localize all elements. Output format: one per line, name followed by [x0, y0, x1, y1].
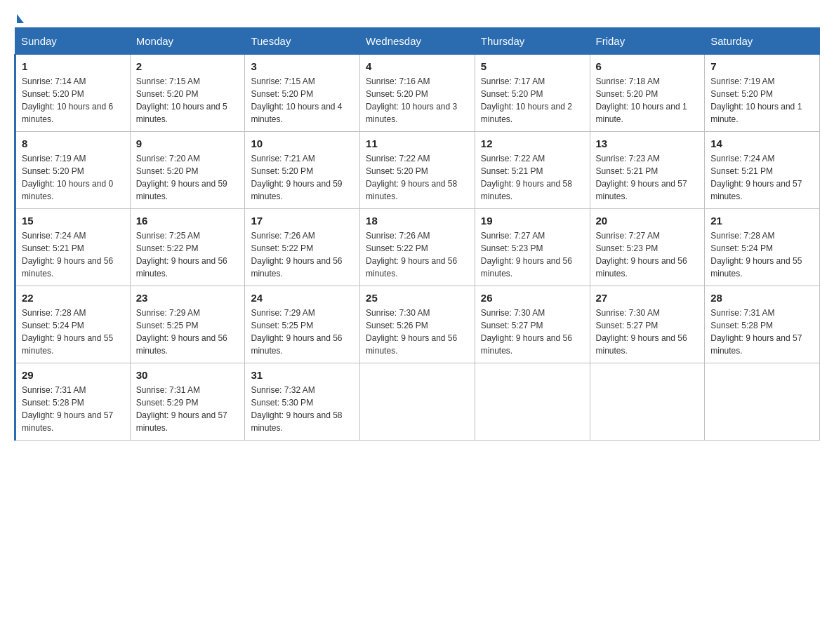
day-header-sunday: Sunday	[15, 28, 131, 55]
day-info: Sunrise: 7:15 AMSunset: 5:20 PMDaylight:…	[136, 75, 239, 126]
day-info: Sunrise: 7:19 AMSunset: 5:20 PMDaylight:…	[710, 75, 814, 126]
calendar-cell: 11Sunrise: 7:22 AMSunset: 5:20 PMDayligh…	[360, 132, 475, 209]
calendar-cell: 7Sunrise: 7:19 AMSunset: 5:20 PMDaylight…	[705, 55, 820, 132]
week-row-3: 15Sunrise: 7:24 AMSunset: 5:21 PMDayligh…	[15, 209, 820, 286]
day-info: Sunrise: 7:18 AMSunset: 5:20 PMDaylight:…	[596, 75, 699, 126]
day-header-thursday: Thursday	[475, 28, 590, 55]
day-info: Sunrise: 7:23 AMSunset: 5:21 PMDaylight:…	[596, 152, 699, 203]
day-info: Sunrise: 7:32 AMSunset: 5:30 PMDaylight:…	[251, 384, 354, 434]
calendar-cell: 19Sunrise: 7:27 AMSunset: 5:23 PMDayligh…	[475, 209, 590, 286]
day-number: 24	[251, 292, 354, 304]
logo	[14, 14, 24, 20]
calendar-cell: 13Sunrise: 7:23 AMSunset: 5:21 PMDayligh…	[590, 132, 705, 209]
day-info: Sunrise: 7:27 AMSunset: 5:23 PMDaylight:…	[481, 229, 584, 280]
day-info: Sunrise: 7:27 AMSunset: 5:23 PMDaylight:…	[596, 229, 699, 280]
calendar-cell: 15Sunrise: 7:24 AMSunset: 5:21 PMDayligh…	[15, 209, 131, 286]
day-header-friday: Friday	[590, 28, 705, 55]
day-info: Sunrise: 7:20 AMSunset: 5:20 PMDaylight:…	[136, 152, 239, 203]
day-info: Sunrise: 7:26 AMSunset: 5:22 PMDaylight:…	[366, 229, 469, 280]
calendar-cell: 12Sunrise: 7:22 AMSunset: 5:21 PMDayligh…	[475, 132, 590, 209]
calendar-cell: 21Sunrise: 7:28 AMSunset: 5:24 PMDayligh…	[705, 209, 820, 286]
day-header-monday: Monday	[130, 28, 245, 55]
day-info: Sunrise: 7:31 AMSunset: 5:29 PMDaylight:…	[136, 384, 239, 434]
day-info: Sunrise: 7:29 AMSunset: 5:25 PMDaylight:…	[251, 307, 354, 357]
day-info: Sunrise: 7:14 AMSunset: 5:20 PMDaylight:…	[22, 75, 124, 126]
day-number: 20	[596, 215, 699, 227]
day-info: Sunrise: 7:25 AMSunset: 5:22 PMDaylight:…	[136, 229, 239, 280]
day-number: 26	[481, 292, 584, 304]
day-info: Sunrise: 7:24 AMSunset: 5:21 PMDaylight:…	[22, 229, 124, 280]
day-header-row: SundayMondayTuesdayWednesdayThursdayFrid…	[15, 28, 820, 55]
calendar-cell: 18Sunrise: 7:26 AMSunset: 5:22 PMDayligh…	[360, 209, 475, 286]
day-info: Sunrise: 7:15 AMSunset: 5:20 PMDaylight:…	[251, 75, 354, 126]
calendar-cell: 2Sunrise: 7:15 AMSunset: 5:20 PMDaylight…	[130, 55, 245, 132]
day-number: 30	[136, 369, 239, 381]
day-info: Sunrise: 7:28 AMSunset: 5:24 PMDaylight:…	[22, 307, 124, 357]
day-info: Sunrise: 7:24 AMSunset: 5:21 PMDaylight:…	[710, 152, 814, 203]
day-number: 31	[251, 369, 354, 381]
day-info: Sunrise: 7:30 AMSunset: 5:27 PMDaylight:…	[596, 307, 699, 357]
day-number: 21	[710, 215, 814, 227]
day-number: 28	[710, 292, 814, 304]
day-number: 1	[22, 60, 124, 72]
day-number: 9	[136, 137, 239, 149]
day-number: 5	[481, 60, 584, 72]
day-number: 19	[481, 215, 584, 227]
day-number: 27	[596, 292, 699, 304]
day-number: 6	[596, 60, 699, 72]
day-info: Sunrise: 7:28 AMSunset: 5:24 PMDaylight:…	[710, 229, 814, 280]
calendar-cell	[705, 363, 820, 441]
day-info: Sunrise: 7:17 AMSunset: 5:20 PMDaylight:…	[481, 75, 584, 126]
day-header-tuesday: Tuesday	[245, 28, 360, 55]
calendar-cell: 26Sunrise: 7:30 AMSunset: 5:27 PMDayligh…	[475, 286, 590, 363]
day-info: Sunrise: 7:30 AMSunset: 5:27 PMDaylight:…	[481, 307, 584, 357]
calendar-cell: 4Sunrise: 7:16 AMSunset: 5:20 PMDaylight…	[360, 55, 475, 132]
calendar-cell	[590, 363, 705, 441]
day-info: Sunrise: 7:19 AMSunset: 5:20 PMDaylight:…	[22, 152, 124, 203]
calendar-header: SundayMondayTuesdayWednesdayThursdayFrid…	[15, 28, 820, 55]
page-header	[14, 14, 820, 20]
day-number: 14	[710, 137, 814, 149]
calendar-cell: 6Sunrise: 7:18 AMSunset: 5:20 PMDaylight…	[590, 55, 705, 132]
day-number: 2	[136, 60, 239, 72]
week-row-1: 1Sunrise: 7:14 AMSunset: 5:20 PMDaylight…	[15, 55, 820, 132]
week-row-4: 22Sunrise: 7:28 AMSunset: 5:24 PMDayligh…	[15, 286, 820, 363]
day-header-saturday: Saturday	[705, 28, 820, 55]
day-info: Sunrise: 7:22 AMSunset: 5:20 PMDaylight:…	[366, 152, 469, 203]
day-number: 13	[596, 137, 699, 149]
day-header-wednesday: Wednesday	[360, 28, 475, 55]
calendar-cell: 1Sunrise: 7:14 AMSunset: 5:20 PMDaylight…	[15, 55, 131, 132]
calendar-cell: 31Sunrise: 7:32 AMSunset: 5:30 PMDayligh…	[245, 363, 360, 441]
day-number: 25	[366, 292, 469, 304]
logo-arrow-icon	[17, 14, 24, 23]
calendar-cell: 14Sunrise: 7:24 AMSunset: 5:21 PMDayligh…	[705, 132, 820, 209]
calendar-cell: 27Sunrise: 7:30 AMSunset: 5:27 PMDayligh…	[590, 286, 705, 363]
day-number: 15	[22, 215, 124, 227]
calendar-cell: 5Sunrise: 7:17 AMSunset: 5:20 PMDaylight…	[475, 55, 590, 132]
day-number: 7	[710, 60, 814, 72]
day-number: 4	[366, 60, 469, 72]
day-info: Sunrise: 7:29 AMSunset: 5:25 PMDaylight:…	[136, 307, 239, 357]
day-number: 17	[251, 215, 354, 227]
calendar-cell: 22Sunrise: 7:28 AMSunset: 5:24 PMDayligh…	[15, 286, 131, 363]
day-info: Sunrise: 7:16 AMSunset: 5:20 PMDaylight:…	[366, 75, 469, 126]
calendar-cell: 23Sunrise: 7:29 AMSunset: 5:25 PMDayligh…	[130, 286, 245, 363]
calendar-cell: 29Sunrise: 7:31 AMSunset: 5:28 PMDayligh…	[15, 363, 131, 441]
day-number: 23	[136, 292, 239, 304]
calendar-cell: 17Sunrise: 7:26 AMSunset: 5:22 PMDayligh…	[245, 209, 360, 286]
calendar-body: 1Sunrise: 7:14 AMSunset: 5:20 PMDaylight…	[15, 55, 820, 441]
calendar-cell: 16Sunrise: 7:25 AMSunset: 5:22 PMDayligh…	[130, 209, 245, 286]
day-number: 11	[366, 137, 469, 149]
day-number: 10	[251, 137, 354, 149]
day-number: 8	[22, 137, 124, 149]
day-info: Sunrise: 7:26 AMSunset: 5:22 PMDaylight:…	[251, 229, 354, 280]
day-info: Sunrise: 7:22 AMSunset: 5:21 PMDaylight:…	[481, 152, 584, 203]
day-info: Sunrise: 7:21 AMSunset: 5:20 PMDaylight:…	[251, 152, 354, 203]
day-number: 22	[22, 292, 124, 304]
day-number: 18	[366, 215, 469, 227]
calendar-cell	[360, 363, 475, 441]
day-info: Sunrise: 7:30 AMSunset: 5:26 PMDaylight:…	[366, 307, 469, 357]
calendar-cell: 28Sunrise: 7:31 AMSunset: 5:28 PMDayligh…	[705, 286, 820, 363]
day-number: 3	[251, 60, 354, 72]
calendar-cell: 9Sunrise: 7:20 AMSunset: 5:20 PMDaylight…	[130, 132, 245, 209]
